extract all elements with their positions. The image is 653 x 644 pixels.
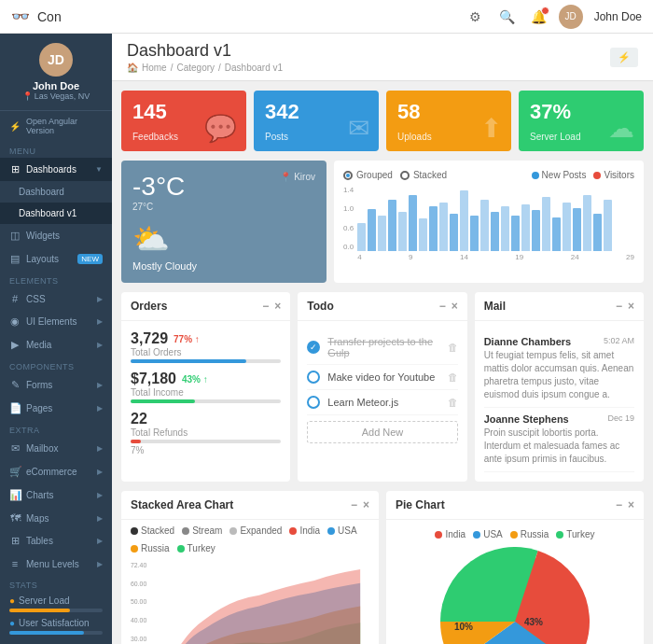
- sidebar-profile: JD John Doe 📍 Las Vegas, NV: [0, 34, 112, 111]
- todo-minimize-icon[interactable]: −: [439, 300, 446, 313]
- stat-cards: 145 Feedbacks 💬 342 Posts ✉ 58 Uploads ⬆…: [121, 91, 644, 151]
- sidebar-item-pages[interactable]: 📄 Pages ▶: [0, 397, 112, 420]
- pie-chart-controls[interactable]: − ×: [616, 498, 634, 511]
- todo-check-3[interactable]: [307, 396, 320, 409]
- bar-20: [563, 203, 571, 251]
- bar-23: [593, 214, 602, 251]
- pie-india-legend: India: [435, 529, 465, 539]
- sidebar-item-media[interactable]: ▶ Media ▶: [0, 333, 112, 357]
- pie-turkey-dot: [556, 531, 563, 539]
- sidebar-item-tables[interactable]: ⊞ Tables ▶: [0, 529, 112, 553]
- mail-minimize-icon[interactable]: −: [616, 300, 622, 313]
- bar-6: [419, 218, 427, 251]
- stacked-radio[interactable]: Stacked: [400, 170, 447, 180]
- india-dot: [289, 527, 297, 535]
- weather-sub: 27°C: [132, 202, 185, 212]
- trash-icon-3[interactable]: 🗑: [448, 397, 458, 408]
- sidebar-item-ui-elements[interactable]: ◉ UI Elements ▶: [0, 310, 112, 333]
- trash-icon-2[interactable]: 🗑: [448, 371, 458, 383]
- content-area: Dashboard v1 🏠 Home / Category / Dashboa…: [112, 34, 653, 644]
- ui-icon: ◉: [9, 315, 21, 328]
- weather-temp: -3°C: [132, 172, 185, 202]
- mail-controls[interactable]: − ×: [616, 300, 634, 313]
- sidebar-item-ecommerce[interactable]: 🛒 eCommerce ▶: [0, 460, 112, 483]
- sidebar-item-mailbox[interactable]: ✉ Mailbox ▶: [0, 437, 112, 460]
- sidebar-section-menu: MENU: [0, 141, 112, 158]
- pie-minimize-icon[interactable]: −: [616, 498, 622, 511]
- search-icon[interactable]: 🔍: [495, 5, 520, 29]
- pie-chart-card: Pie Chart − × India: [386, 491, 644, 644]
- dashboard-content: 145 Feedbacks 💬 342 Posts ✉ 58 Uploads ⬆…: [112, 81, 653, 644]
- total-refunds-progress-bg: [131, 440, 281, 443]
- chevron-right-icon8: ▶: [97, 491, 103, 499]
- gear-icon[interactable]: ⚙: [464, 5, 488, 29]
- area-chart-header: Stacked Area Chart − ×: [121, 491, 379, 520]
- svg-text:30.00: 30.00: [131, 636, 146, 642]
- bar-chart-area: 1.4 1.0 0.6 0.0 4 9 14 19: [343, 186, 634, 261]
- sidebar-item-dashboard-v1[interactable]: Dashboard v1: [0, 203, 112, 224]
- grouped-radio[interactable]: Grouped: [343, 170, 393, 180]
- bar-4: [398, 212, 407, 251]
- close-icon[interactable]: ×: [274, 300, 281, 313]
- trash-icon-1[interactable]: 🗑: [448, 342, 458, 353]
- mailbox-icon: ✉: [9, 442, 21, 455]
- sidebar-item-dashboards[interactable]: ⊞ Dashboards ▼: [0, 158, 112, 181]
- india-legend: India: [289, 525, 320, 536]
- total-orders-value: 3,729: [131, 330, 168, 347]
- pie-usa-legend: USA: [473, 529, 503, 539]
- area-close-icon[interactable]: ×: [363, 498, 369, 511]
- todo-text-2: Make video for Youtube: [327, 371, 439, 383]
- sidebar-item-layouts[interactable]: ▤ Layouts NEW: [0, 247, 112, 271]
- chevron-right-icon4: ▶: [97, 381, 103, 389]
- page-options-button[interactable]: ⚡: [610, 48, 638, 67]
- todo-title: Todo: [307, 300, 333, 313]
- chevron-right-icon6: ▶: [97, 444, 103, 453]
- area-minimize-icon[interactable]: −: [351, 498, 357, 511]
- add-todo-button[interactable]: Add New: [307, 421, 457, 443]
- svg-text:72.40: 72.40: [131, 562, 146, 568]
- sidebar-item-charts[interactable]: 📊 Charts ▶: [0, 483, 112, 507]
- widgets-row: Orders − × 3,729 77% ↑ Total Orders: [121, 292, 644, 482]
- checkmark-icon: ✓: [310, 343, 317, 352]
- todo-controls[interactable]: − ×: [439, 300, 458, 313]
- mail-item-2[interactable]: Joanne Stephens Dec 19 Proin suscipit lo…: [484, 408, 634, 472]
- refunds-pct: 7%: [131, 445, 281, 455]
- total-income-value: $7,180: [131, 371, 176, 387]
- pie-legend: India USA Russia: [435, 529, 594, 539]
- sidebar-item-maps[interactable]: 🗺 Maps ▶: [0, 507, 112, 529]
- todo-check-2[interactable]: [307, 371, 320, 384]
- sidebar-item-widgets[interactable]: ◫ Widgets: [0, 224, 112, 247]
- bar-19: [552, 217, 561, 251]
- mail-item-1[interactable]: Dianne Chambers 5:02 AM Ut feugiat tempu…: [484, 330, 634, 408]
- notifications-icon[interactable]: 🔔: [527, 5, 551, 29]
- area-chart-controls[interactable]: − ×: [351, 498, 369, 511]
- sidebar-open-angular[interactable]: ⚡ Open Angular Version: [0, 111, 112, 141]
- sidebar-item-css[interactable]: # CSS ▶: [0, 287, 112, 310]
- sidebar-item-dashboard[interactable]: Dashboard: [0, 181, 112, 203]
- area-chart-card: Stacked Area Chart − × Stacked: [121, 491, 379, 644]
- orders-income: $7,180 43% ↑ Total Income: [131, 371, 281, 403]
- pie-close-icon[interactable]: ×: [628, 498, 634, 511]
- avatar[interactable]: JD: [559, 5, 583, 29]
- stat-card-server: 37% Server Load ☁: [519, 91, 644, 151]
- sidebar-server-load: ● Server Load: [0, 592, 112, 614]
- location-icon: 📍: [22, 91, 33, 101]
- navbar-brand-icon: 👓: [11, 7, 30, 25]
- minimize-icon[interactable]: −: [262, 300, 269, 313]
- todo-check-1[interactable]: ✓: [307, 341, 320, 354]
- home-icon: 🏠: [127, 63, 138, 73]
- sidebar-location: 📍 Las Vegas, NV: [22, 91, 90, 101]
- posts-icon: ✉: [348, 113, 369, 144]
- sidebar-item-menu-levels[interactable]: ≡ Menu Levels ▶: [0, 553, 112, 575]
- server-load-icon: ●: [9, 595, 15, 606]
- chevron-right-icon9: ▶: [97, 514, 103, 523]
- orders-controls[interactable]: − ×: [262, 300, 281, 313]
- mail-close-icon[interactable]: ×: [628, 300, 634, 313]
- bar-chart-card: Grouped Stacked New Posts: [334, 161, 644, 283]
- bar-chart-y-axis: 1.4 1.0 0.6 0.0: [343, 186, 354, 251]
- todo-close-icon[interactable]: ×: [452, 300, 458, 313]
- chevron-right-icon5: ▶: [97, 404, 103, 413]
- visitors-legend: Visitors: [593, 170, 634, 180]
- orders-title: Orders: [131, 300, 167, 313]
- sidebar-item-forms[interactable]: ✎ Forms ▶: [0, 373, 112, 397]
